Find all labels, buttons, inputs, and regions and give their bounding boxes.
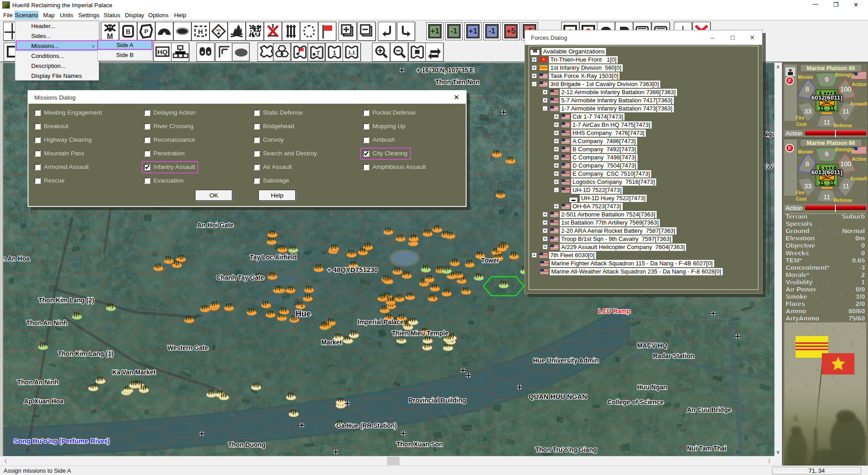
svg-text:MACV HQ: MACV HQ: [637, 342, 667, 349]
svg-text:3/0: 3/0: [856, 293, 865, 300]
svg-text:Thon Tru'o'ng Giang: Thon Tru'o'ng Giang: [535, 446, 597, 453]
svg-text:Normal: Normal: [842, 227, 865, 235]
svg-text:Thon Duong: Thon Duong: [228, 441, 265, 448]
svg-text:11: 11: [823, 119, 830, 126]
svg-text:Strength: Strength: [835, 147, 854, 152]
svg-text:0: 0: [861, 249, 865, 257]
svg-text:33: 33: [804, 108, 811, 115]
svg-text:QUAN HUU NGAN: QUAN HUU NGAN: [529, 393, 587, 400]
svg-text:+ 16°30'N, 107°35'E: + 16°30'N, 107°35'E: [416, 67, 474, 74]
svg-text:1.1: 1.1: [348, 50, 355, 55]
svg-text:Radar Station: Radar Station: [653, 352, 694, 360]
svg-text:Ground: Ground: [786, 227, 809, 235]
svg-text:Elevation: Elevation: [786, 235, 815, 242]
svg-text:Strength: Strength: [835, 72, 854, 77]
svg-text:Air Power: Air Power: [786, 286, 816, 293]
svg-text:TEM*: TEM*: [786, 257, 802, 264]
svg-text:Tower: Tower: [481, 257, 500, 264]
svg-text:Defense: Defense: [834, 197, 852, 203]
svg-text:Thon Kim Lang (1): Thon Kim Lang (1): [58, 350, 114, 357]
svg-text:ArtyAmmo: ArtyAmmo: [786, 315, 819, 322]
svg-text:Marine Platoon 66: Marine Platoon 66: [807, 140, 855, 146]
svg-text:An Hoi Gate: An Hoi Gate: [197, 221, 234, 229]
svg-text:6013[6011]: 6013[6011]: [811, 169, 842, 176]
svg-text:Action: Action: [786, 205, 803, 211]
svg-text:F: F: [788, 145, 792, 151]
svg-text:0.65: 0.65: [852, 257, 865, 264]
svg-text:Thon Kim Lang (2): Thon Kim Lang (2): [38, 297, 94, 304]
svg-text:Ka Van Market: Ka Van Market: [112, 369, 156, 376]
svg-text:Marine Platoon 66: Marine Platoon 66: [807, 65, 855, 72]
svg-text:P: P: [144, 28, 148, 35]
svg-text:Ngu: Ngu: [763, 130, 774, 138]
svg-text:HQ: HQ: [157, 48, 168, 56]
svg-text:100: 100: [840, 86, 851, 93]
svg-text:Smoke: Smoke: [786, 293, 807, 300]
svg-text:Ammo: Ammo: [786, 307, 806, 315]
svg-text:Song Hu'o'ng (Perfume River): Song Hu'o'ng (Perfume River): [14, 437, 110, 445]
svg-text:u'o': u'o': [762, 163, 773, 170]
svg-text:33: 33: [804, 182, 811, 190]
svg-text:Hue: Hue: [296, 309, 311, 318]
svg-text:Thon An Ninh: Thon An Ninh: [17, 379, 58, 386]
svg-text:Fire: Fire: [796, 115, 804, 120]
svg-text:F: F: [788, 78, 792, 83]
svg-text:Defense: Defense: [834, 123, 852, 128]
svg-text:Nui Tam Thai: Nui Tam Thai: [687, 445, 726, 452]
svg-text:1: 1: [333, 49, 336, 56]
svg-text:Morale: Morale: [798, 149, 813, 154]
svg-text:Ap Xuan Hoa: Ap Xuan Hoa: [24, 398, 63, 405]
svg-text:Assault: Assault: [850, 176, 867, 181]
svg-text:11: 11: [819, 180, 825, 187]
svg-text:11: 11: [819, 106, 825, 112]
svg-text:1: 1: [861, 278, 865, 286]
svg-text:Concealment*: Concealment*: [786, 264, 830, 271]
svg-text:Thon Xuan Son: Thon Xuan Son: [396, 441, 443, 448]
svg-text:Huu Ngan: Huu Ngan: [637, 384, 667, 391]
svg-text:Flares: Flares: [786, 300, 805, 307]
svg-text:H: H: [198, 28, 203, 35]
svg-text:Thon Tien Non: Thon Tien Non: [435, 78, 480, 86]
svg-text:0/0: 0/0: [856, 286, 865, 293]
svg-text:+ 48QYD751230: + 48QYD751230: [327, 266, 378, 273]
svg-text:Provincial Building: Provincial Building: [409, 397, 466, 404]
svg-text:Morale*: Morale*: [786, 271, 810, 278]
svg-text:Action: Action: [852, 82, 867, 87]
svg-text:Cost: Cost: [796, 196, 807, 202]
svg-text:11: 11: [842, 182, 849, 190]
svg-text:Western Gate: Western Gate: [167, 344, 208, 351]
svg-text:Hue University Admin: Hue University Admin: [533, 357, 599, 364]
svg-text:M: M: [107, 33, 113, 40]
svg-text:Action: Action: [786, 130, 803, 137]
svg-text:Wrecks: Wrecks: [786, 249, 809, 257]
svg-text:Tay Loc Airfield: Tay Loc Airfield: [250, 254, 296, 261]
svg-text:Ga Hue (RR Station): Ga Hue (RR Station): [336, 422, 397, 429]
svg-text:11: 11: [829, 180, 835, 187]
svg-text:-3: -3: [859, 264, 865, 271]
svg-text:0: 0: [861, 242, 865, 249]
svg-text:Fire: Fire: [796, 190, 804, 195]
svg-text:11: 11: [823, 193, 830, 201]
svg-text:8: 8: [806, 86, 809, 93]
svg-text:2/0: 2/0: [856, 300, 865, 307]
svg-text:Morale: Morale: [798, 74, 813, 80]
svg-text:Visibility: Visibility: [786, 278, 812, 286]
svg-text:IED: IED: [216, 29, 221, 32]
svg-text:Objective: Objective: [786, 242, 815, 249]
svg-text:Suburb: Suburb: [842, 213, 865, 220]
svg-text:B: B: [126, 28, 130, 35]
svg-text:College of Science: College of Science: [607, 398, 664, 406]
svg-text:on An Hoa: on An Hoa: [0, 255, 30, 262]
svg-text:6012[6011]: 6012[6011]: [811, 94, 842, 101]
svg-text:Thien Mieu Temple: Thien Mieu Temple: [392, 330, 448, 337]
svg-text:Terrain: Terrain: [786, 213, 807, 220]
svg-text:Chanh Tay Gate: Chanh Tay Gate: [216, 274, 264, 281]
svg-text:6: 6: [825, 76, 829, 83]
svg-text:0m: 0m: [855, 235, 865, 242]
svg-text:Cost: Cost: [796, 121, 807, 127]
svg-text:An Cuu Bridge: An Cuu Bridge: [687, 406, 731, 413]
svg-text:100: 100: [840, 160, 851, 168]
svg-text:T: T: [316, 50, 320, 57]
svg-text:Thon An Ninh: Thon An Ninh: [26, 319, 67, 326]
svg-text:Market: Market: [321, 339, 342, 346]
